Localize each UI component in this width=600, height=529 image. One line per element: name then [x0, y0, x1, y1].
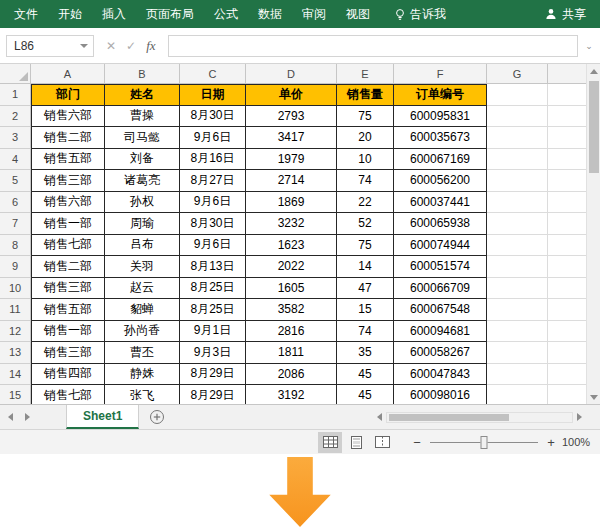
row-header-9[interactable]: 9: [0, 256, 31, 278]
page-layout-view-button[interactable]: [344, 432, 368, 453]
cell[interactable]: 600065938: [394, 213, 487, 235]
scroll-up-icon[interactable]: [587, 64, 600, 78]
table-header-cell[interactable]: 日期: [180, 84, 246, 106]
table-header-cell[interactable]: 姓名: [105, 84, 180, 106]
cell[interactable]: [487, 342, 548, 364]
expand-formula-bar-icon[interactable]: ⌄: [582, 41, 596, 51]
cell[interactable]: 2022: [246, 256, 337, 278]
cancel-button[interactable]: ✕: [106, 39, 116, 53]
cell[interactable]: 2714: [246, 170, 337, 192]
row-header-5[interactable]: 5: [0, 170, 31, 192]
cell[interactable]: 600098016: [394, 385, 487, 404]
cell[interactable]: 74: [337, 321, 394, 343]
cell[interactable]: [487, 84, 548, 106]
cell[interactable]: 22: [337, 192, 394, 214]
cell[interactable]: [487, 299, 548, 321]
cell[interactable]: 孙尚香: [105, 321, 180, 343]
cell[interactable]: 35: [337, 342, 394, 364]
cell[interactable]: 74: [337, 170, 394, 192]
cell[interactable]: 9月1日: [180, 321, 246, 343]
ribbon-tab-data[interactable]: 数据: [248, 0, 292, 28]
cell[interactable]: [487, 235, 548, 257]
cell[interactable]: 600058267: [394, 342, 487, 364]
ribbon-tab-view[interactable]: 视图: [336, 0, 380, 28]
table-header-cell[interactable]: 销售量: [337, 84, 394, 106]
cell[interactable]: 2086: [246, 364, 337, 386]
cell[interactable]: 8月30日: [180, 213, 246, 235]
cell[interactable]: 销售三部: [31, 342, 105, 364]
ribbon-tab-home[interactable]: 开始: [48, 0, 92, 28]
ribbon-tab-file[interactable]: 文件: [4, 0, 48, 28]
cell[interactable]: 销售五部: [31, 299, 105, 321]
cell[interactable]: 孙权: [105, 192, 180, 214]
cell[interactable]: 8月13日: [180, 256, 246, 278]
cell[interactable]: 600035673: [394, 127, 487, 149]
cell[interactable]: 1623: [246, 235, 337, 257]
sheet-tab-sheet1[interactable]: Sheet1: [66, 405, 139, 429]
column-header-E[interactable]: E: [337, 64, 394, 84]
cell[interactable]: 8月29日: [180, 385, 246, 404]
cell[interactable]: 销售三部: [31, 278, 105, 300]
table-header-cell[interactable]: 订单编号: [394, 84, 487, 106]
table-header-cell[interactable]: 部门: [31, 84, 105, 106]
cell[interactable]: 8月30日: [180, 106, 246, 128]
cell[interactable]: 600094681: [394, 321, 487, 343]
cell[interactable]: 销售七部: [31, 235, 105, 257]
cell[interactable]: 销售五部: [31, 149, 105, 171]
previous-sheet-icon[interactable]: [8, 413, 13, 421]
cell[interactable]: 2816: [246, 321, 337, 343]
cell[interactable]: 600051574: [394, 256, 487, 278]
cell[interactable]: 600037441: [394, 192, 487, 214]
cell[interactable]: 1605: [246, 278, 337, 300]
cell[interactable]: 销售二部: [31, 127, 105, 149]
cell[interactable]: 销售二部: [31, 256, 105, 278]
name-box[interactable]: L86: [6, 35, 94, 57]
scroll-right-icon[interactable]: [577, 413, 582, 421]
cell[interactable]: [487, 321, 548, 343]
cell[interactable]: [487, 364, 548, 386]
cell[interactable]: 销售六部: [31, 192, 105, 214]
cell[interactable]: 15: [337, 299, 394, 321]
column-header-G[interactable]: G: [487, 64, 548, 84]
cell[interactable]: 600074944: [394, 235, 487, 257]
horizontal-scrollbar[interactable]: [377, 412, 582, 423]
cell[interactable]: 75: [337, 106, 394, 128]
cell[interactable]: 45: [337, 385, 394, 404]
cell[interactable]: 8月25日: [180, 299, 246, 321]
share-button[interactable]: 共享: [545, 6, 592, 23]
cell[interactable]: 诸葛亮: [105, 170, 180, 192]
next-sheet-icon[interactable]: [25, 413, 30, 421]
cell[interactable]: 600067548: [394, 299, 487, 321]
cell[interactable]: 3192: [246, 385, 337, 404]
cell[interactable]: [487, 385, 548, 404]
row-header-10[interactable]: 10: [0, 278, 31, 300]
cell[interactable]: 8月29日: [180, 364, 246, 386]
cell[interactable]: [487, 106, 548, 128]
cell[interactable]: 8月27日: [180, 170, 246, 192]
cell[interactable]: 周瑜: [105, 213, 180, 235]
zoom-in-button[interactable]: +: [544, 435, 558, 450]
cell[interactable]: 10: [337, 149, 394, 171]
row-header-15[interactable]: 15: [0, 385, 31, 404]
cell[interactable]: 1979: [246, 149, 337, 171]
cell[interactable]: 销售六部: [31, 106, 105, 128]
cell[interactable]: [487, 278, 548, 300]
cell[interactable]: 销售一部: [31, 321, 105, 343]
cell[interactable]: 貂蝉: [105, 299, 180, 321]
cell[interactable]: 销售七部: [31, 385, 105, 404]
row-header-2[interactable]: 2: [0, 106, 31, 128]
cell[interactable]: 600066709: [394, 278, 487, 300]
row-header-11[interactable]: 11: [0, 299, 31, 321]
cell[interactable]: 75: [337, 235, 394, 257]
cell[interactable]: [487, 149, 548, 171]
cell[interactable]: 45: [337, 364, 394, 386]
cell[interactable]: 2793: [246, 106, 337, 128]
column-header-F[interactable]: F: [394, 64, 487, 84]
cell[interactable]: 曹操: [105, 106, 180, 128]
cell[interactable]: 关羽: [105, 256, 180, 278]
row-header-14[interactable]: 14: [0, 364, 31, 386]
ribbon-tab-insert[interactable]: 插入: [92, 0, 136, 28]
horizontal-scrollbar-thumb[interactable]: [389, 414, 509, 421]
horizontal-scrollbar-track[interactable]: [386, 412, 573, 423]
new-sheet-button[interactable]: [149, 409, 165, 425]
